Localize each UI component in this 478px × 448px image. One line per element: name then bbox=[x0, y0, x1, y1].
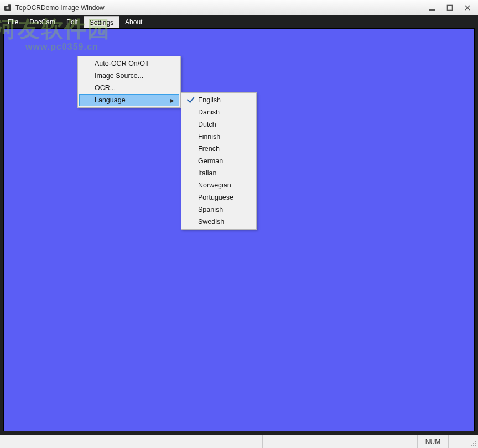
menu-doccam[interactable]: DocCam bbox=[24, 15, 61, 28]
app-icon bbox=[3, 3, 12, 12]
settings-item-language[interactable]: Language ▶ bbox=[79, 94, 179, 106]
status-cell bbox=[448, 435, 468, 448]
settings-item-label: Auto-OCR On/Off bbox=[95, 60, 169, 67]
svg-point-2 bbox=[7, 7, 9, 9]
menu-edit[interactable]: Edit bbox=[61, 15, 84, 28]
menu-settings-label: Settings bbox=[90, 19, 113, 27]
status-num-label: NUM bbox=[425, 438, 440, 446]
language-item-german[interactable]: German bbox=[183, 155, 255, 167]
status-bar: NUM bbox=[0, 435, 478, 448]
language-item-norwegian[interactable]: Norwegian bbox=[183, 179, 255, 191]
resize-grip-icon[interactable] bbox=[468, 435, 478, 448]
language-item-label: German bbox=[198, 157, 245, 165]
language-item-danish[interactable]: Danish bbox=[183, 106, 255, 118]
maximize-button[interactable] bbox=[446, 4, 454, 12]
title-bar: TopOCRDemo Image Window bbox=[0, 0, 478, 15]
menu-edit-label: Edit bbox=[66, 18, 78, 26]
svg-point-10 bbox=[473, 445, 474, 446]
language-item-label: Danish bbox=[198, 108, 245, 116]
language-item-portuguese[interactable]: Portuguese bbox=[183, 191, 255, 204]
status-cell bbox=[340, 435, 417, 448]
language-submenu: English Danish Dutch Finnish French Germ… bbox=[181, 92, 257, 230]
language-item-italian[interactable]: Italian bbox=[183, 167, 255, 179]
settings-item-auto-ocr[interactable]: Auto-OCR On/Off bbox=[79, 58, 179, 70]
minimize-button[interactable] bbox=[428, 4, 436, 12]
status-num: NUM bbox=[417, 435, 448, 448]
settings-item-ocr[interactable]: OCR... bbox=[79, 82, 179, 94]
language-item-finnish[interactable]: Finnish bbox=[183, 131, 255, 143]
language-item-spanish[interactable]: Spanish bbox=[183, 204, 255, 216]
language-item-label: French bbox=[198, 145, 245, 153]
submenu-arrow-icon: ▶ bbox=[170, 97, 174, 103]
language-item-label: Portuguese bbox=[198, 194, 250, 201]
language-item-english[interactable]: English bbox=[183, 94, 255, 106]
svg-point-9 bbox=[471, 445, 472, 446]
svg-point-7 bbox=[473, 443, 474, 444]
status-cell bbox=[262, 435, 340, 448]
language-item-label: Italian bbox=[198, 169, 245, 177]
client-area: 河友软件园 www.pc0359.cn Auto-OCR On/Off Imag… bbox=[0, 28, 478, 435]
window-title: TopOCRDemo Image Window bbox=[15, 4, 105, 12]
language-item-label: Finnish bbox=[198, 133, 245, 140]
language-item-label: English bbox=[198, 96, 245, 104]
menu-about[interactable]: About bbox=[119, 15, 148, 28]
svg-point-8 bbox=[475, 443, 476, 444]
language-item-label: Norwegian bbox=[198, 181, 248, 189]
svg-rect-3 bbox=[8, 4, 11, 6]
svg-rect-4 bbox=[429, 9, 435, 11]
menu-settings[interactable]: Settings bbox=[84, 16, 119, 28]
status-spacer bbox=[77, 435, 262, 448]
menu-bar: File DocCam Edit Settings About bbox=[0, 15, 478, 28]
settings-item-image-source[interactable]: Image Source... bbox=[79, 70, 179, 82]
settings-item-label: OCR... bbox=[95, 84, 169, 92]
menu-doccam-label: DocCam bbox=[29, 18, 55, 26]
window-controls bbox=[428, 4, 475, 12]
status-cell bbox=[0, 435, 77, 448]
svg-rect-5 bbox=[448, 5, 453, 10]
language-item-label: Dutch bbox=[198, 121, 245, 128]
settings-dropdown: Auto-OCR On/Off Image Source... OCR... L… bbox=[77, 56, 181, 108]
language-item-french[interactable]: French bbox=[183, 143, 255, 155]
image-canvas[interactable] bbox=[3, 28, 475, 431]
settings-item-label: Image Source... bbox=[95, 72, 169, 80]
language-item-label: Spanish bbox=[198, 206, 245, 213]
svg-point-6 bbox=[475, 441, 476, 442]
checkmark-icon bbox=[188, 97, 193, 103]
language-item-dutch[interactable]: Dutch bbox=[183, 118, 255, 131]
close-button[interactable] bbox=[464, 4, 471, 12]
menu-about-label: About bbox=[125, 18, 142, 26]
language-item-label: Swedish bbox=[198, 218, 245, 226]
settings-item-label: Language bbox=[95, 96, 169, 104]
menu-file[interactable]: File bbox=[2, 15, 24, 28]
menu-file-label: File bbox=[8, 18, 18, 26]
svg-point-11 bbox=[475, 445, 476, 446]
language-item-swedish[interactable]: Swedish bbox=[183, 216, 255, 228]
